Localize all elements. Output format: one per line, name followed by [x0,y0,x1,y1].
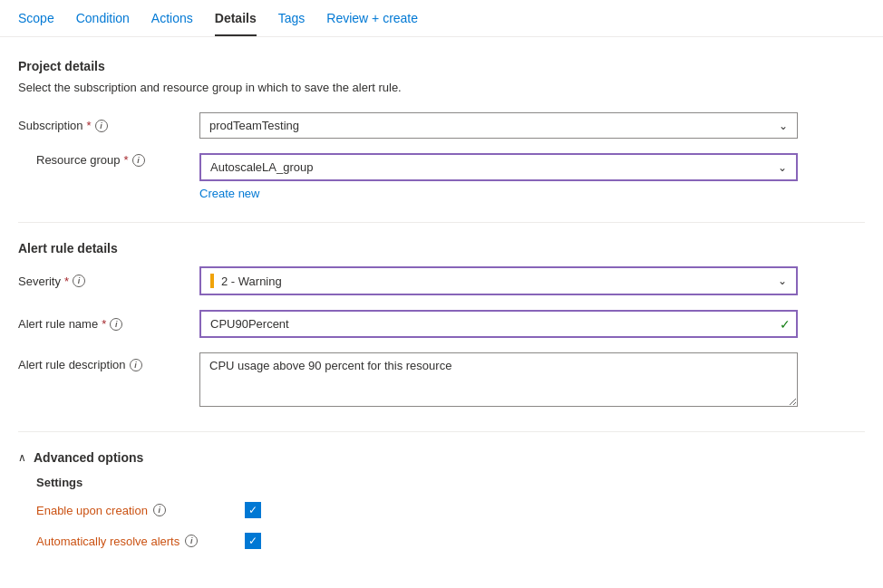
nav-tabs: Scope Condition Actions Details Tags Rev… [0,0,883,37]
project-details-section: Project details Select the subscription … [18,59,865,200]
enable-creation-check-icon: ✓ [248,504,257,516]
severity-label: Severity * i [18,275,199,288]
create-new-link[interactable]: Create new [199,187,259,200]
alert-rule-details-section: Alert rule details Severity * i 2 - Warn… [18,241,865,410]
severity-value: 2 - Warning [221,275,282,288]
enable-creation-checkbox[interactable]: ✓ [245,502,261,518]
severity-chevron-icon: ⌄ [778,275,787,287]
resource-group-control: AutoscaleLA_group ⌄ Create new [199,153,798,200]
resource-group-value: AutoscaleLA_group [210,160,313,174]
alert-description-textarea[interactable]: CPU usage above 90 percent for this reso… [199,352,798,407]
alert-name-check-icon: ✓ [780,317,791,332]
advanced-options-header[interactable]: ∧ Advanced options [18,450,865,465]
severity-dropdown[interactable]: 2 - Warning ⌄ [199,266,798,295]
subscription-row: Subscription * i prodTeamTesting ⌄ [18,112,865,139]
project-details-title: Project details [18,59,865,73]
severity-info-icon[interactable]: i [73,275,85,287]
resource-group-info-icon[interactable]: i [132,154,145,167]
tab-review-create[interactable]: Review + create [326,0,418,36]
resource-group-chevron-icon: ⌄ [778,161,787,174]
alert-name-label: Alert rule name * i [18,317,199,331]
alert-rule-details-title: Alert rule details [18,241,865,255]
severity-control: 2 - Warning ⌄ [199,266,798,295]
alert-description-info-icon[interactable]: i [130,359,142,371]
subscription-chevron-icon: ⌄ [779,120,788,132]
enable-creation-info-icon[interactable]: i [153,504,166,516]
alert-name-control: ✓ [199,310,798,338]
main-content: Project details Select the subscription … [0,37,883,585]
severity-bar-icon [210,274,214,288]
tab-actions[interactable]: Actions [151,0,193,36]
tab-scope[interactable]: Scope [18,0,54,36]
tab-condition[interactable]: Condition [76,0,130,36]
auto-resolve-checkbox[interactable]: ✓ [245,533,261,549]
alert-name-required: * [102,317,106,331]
subscription-value: prodTeamTesting [209,119,299,132]
auto-resolve-info-icon[interactable]: i [185,535,198,547]
severity-required: * [64,275,69,288]
alert-name-row: Alert rule name * i ✓ [18,310,865,338]
subscription-label: Subscription * i [18,119,199,132]
separator-1 [18,222,865,223]
severity-row: Severity * i 2 - Warning ⌄ [18,266,865,295]
advanced-options-section: ∧ Advanced options Settings Enable upon … [18,450,865,549]
auto-resolve-label: Automatically resolve alerts i [36,535,245,548]
resource-group-required: * [124,153,129,167]
alert-description-control: CPU usage above 90 percent for this reso… [199,352,798,410]
auto-resolve-check-icon: ✓ [248,535,257,547]
separator-2 [18,431,865,432]
subscription-required: * [87,119,92,132]
resource-group-label: Resource group * i [18,153,199,167]
enable-creation-label: Enable upon creation i [36,504,245,517]
subscription-info-icon[interactable]: i [95,120,108,132]
enable-creation-row: Enable upon creation i ✓ [36,502,865,518]
resource-group-dropdown[interactable]: AutoscaleLA_group ⌄ [199,153,798,181]
tab-details[interactable]: Details [215,0,257,36]
severity-option: 2 - Warning [210,274,282,288]
alert-name-input-wrapper: ✓ [199,310,798,338]
alert-description-label: Alert rule description i [18,358,199,371]
subscription-dropdown[interactable]: prodTeamTesting ⌄ [199,112,798,139]
auto-resolve-row: Automatically resolve alerts i ✓ [36,533,865,549]
project-details-description: Select the subscription and resource gro… [18,81,865,94]
advanced-options-title: Advanced options [34,450,143,465]
alert-description-row: Alert rule description i CPU usage above… [18,352,865,410]
settings-subtitle: Settings [36,476,865,489]
advanced-chevron-icon: ∧ [18,451,26,464]
alert-name-input[interactable] [199,310,798,338]
subscription-control: prodTeamTesting ⌄ [199,112,798,139]
alert-name-info-icon[interactable]: i [110,318,122,331]
resource-group-row: Resource group * i AutoscaleLA_group ⌄ C… [18,153,865,200]
tab-tags[interactable]: Tags [278,0,306,36]
